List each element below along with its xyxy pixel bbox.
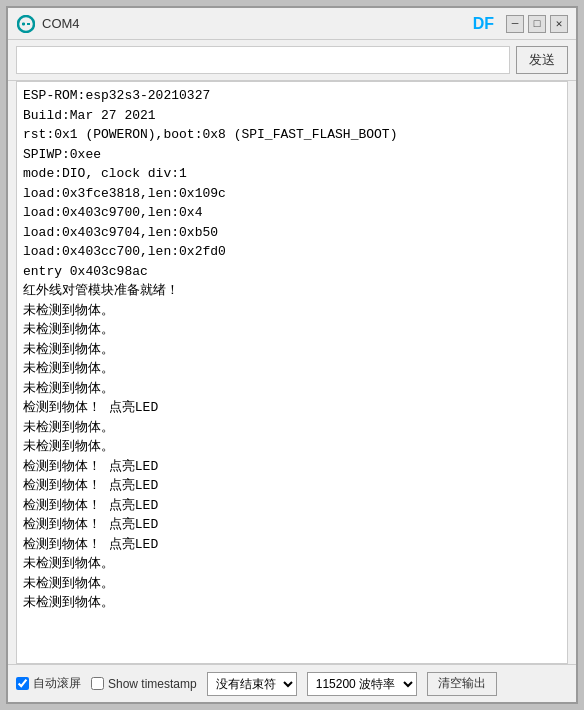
show-timestamp-checkbox[interactable]: [91, 677, 104, 690]
title-bar: COM4 DF ─ □ ✕: [8, 8, 576, 40]
clear-button[interactable]: 清空输出: [427, 672, 497, 696]
brand-label: DF: [473, 15, 494, 33]
auto-scroll-label[interactable]: 自动滚屏: [16, 675, 81, 692]
auto-scroll-text: 自动滚屏: [33, 675, 81, 692]
line-ending-select[interactable]: 没有结束符换行符回车符回车换行符: [207, 672, 297, 696]
message-input[interactable]: [16, 46, 510, 74]
window-title: COM4: [42, 16, 467, 31]
maximize-button[interactable]: □: [528, 15, 546, 33]
console-output: ESP-ROM:esp32s3-20210327 Build:Mar 27 20…: [16, 81, 568, 664]
auto-scroll-checkbox[interactable]: [16, 677, 29, 690]
svg-point-0: [18, 16, 34, 32]
minimize-button[interactable]: ─: [506, 15, 524, 33]
show-timestamp-text: Show timestamp: [108, 677, 197, 691]
baud-rate-select[interactable]: 9600 波特率14400 波特率19200 波特率38400 波特率57600…: [307, 672, 417, 696]
window-controls: ─ □ ✕: [506, 15, 568, 33]
arduino-icon: [16, 14, 36, 34]
input-row: 发送: [8, 40, 576, 81]
bottom-bar: 自动滚屏 Show timestamp 没有结束符换行符回车符回车换行符 960…: [8, 664, 576, 702]
close-button[interactable]: ✕: [550, 15, 568, 33]
show-timestamp-label[interactable]: Show timestamp: [91, 677, 197, 691]
main-window: COM4 DF ─ □ ✕ 发送 ESP-ROM:esp32s3-2021032…: [6, 6, 578, 704]
send-button[interactable]: 发送: [516, 46, 568, 74]
